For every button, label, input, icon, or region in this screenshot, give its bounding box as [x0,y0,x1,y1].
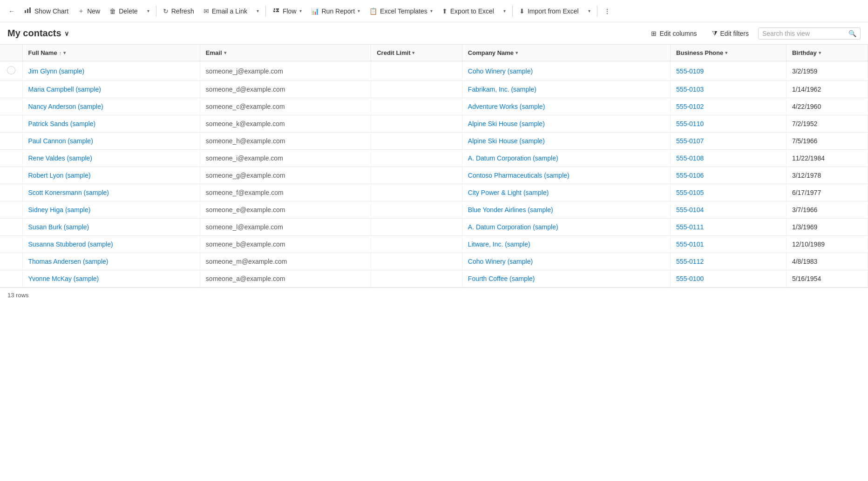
import-excel-button[interactable]: ⬇ Import from Excel [515,5,583,18]
fullname-header[interactable]: Full Name ↑ ▾ [22,45,200,61]
credit-limit-cell [371,270,462,287]
back-button[interactable]: ← [4,5,20,18]
new-button[interactable]: ＋ New [73,4,105,18]
fullname-cell[interactable]: Nancy Anderson (sample) [22,98,200,115]
more-button[interactable]: ⋮ [599,5,615,18]
divider-4 [597,6,597,17]
run-report-label: Run Report [322,7,355,15]
table-container: Full Name ↑ ▾ Email ▾ Credit Limit ▾ [0,45,868,287]
edit-columns-button[interactable]: ⊞ Edit columns [645,27,702,40]
business-phone-cell[interactable]: 555-0102 [671,98,787,115]
search-box[interactable]: 🔍 [758,27,861,40]
search-input[interactable] [762,30,848,37]
chevron-credit: ▾ [412,50,414,55]
company-name-cell[interactable]: Fourth Coffee (sample) [462,270,670,287]
table-row: Scott Konersmann (sample)someone_f@examp… [0,184,868,201]
chevron-fullname: ▾ [63,50,66,55]
flow-icon [272,7,280,15]
import-chevron[interactable]: ▾ [583,6,595,16]
fullname-cell[interactable]: Robert Lyon (sample) [22,167,200,184]
email-link-button[interactable]: ✉ Email a Link [199,5,252,18]
sort-arrow-fullname: ↑ [59,50,62,56]
svg-rect-0 [25,10,26,13]
delete-icon: 🗑 [109,7,116,15]
edit-filters-label: Edit filters [720,30,749,37]
table-row: Susanna Stubberod (sample)someone_b@exam… [0,236,868,253]
business-phone-cell[interactable]: 555-0110 [671,115,787,133]
credit-limit-header[interactable]: Credit Limit ▾ [371,45,462,61]
excel-templates-button[interactable]: 📋 Excel Templates ▾ [365,5,437,18]
export-chevron[interactable]: ▾ [499,6,510,16]
business-phone-cell[interactable]: 555-0108 [671,150,787,167]
credit-limit-cell [371,150,462,167]
delete-button[interactable]: 🗑 Delete [105,5,142,18]
company-name-header[interactable]: Company Name ▾ [462,45,670,61]
svg-rect-1 [27,9,28,13]
business-phone-header[interactable]: Business Phone ▾ [671,45,787,61]
email-cell: someone_b@example.com [200,236,371,253]
fullname-cell[interactable]: Susan Burk (sample) [22,219,200,236]
email-cell: someone_i@example.com [200,150,371,167]
email-icon: ✉ [203,7,209,15]
edit-filters-button[interactable]: ⧩ Edit filters [706,27,754,40]
email-cell: someone_k@example.com [200,115,371,133]
divider-2 [265,6,266,17]
run-report-button[interactable]: 📊 Run Report ▾ [306,5,365,18]
fullname-cell[interactable]: Maria Campbell (sample) [22,81,200,98]
company-name-cell[interactable]: Adventure Works (sample) [462,98,670,115]
credit-limit-cell [371,115,462,133]
fullname-cell[interactable]: Paul Cannon (sample) [22,133,200,150]
company-name-cell[interactable]: Alpine Ski House (sample) [462,115,670,133]
company-name-cell[interactable]: Fabrikam, Inc. (sample) [462,81,670,98]
business-phone-cell[interactable]: 555-0106 [671,167,787,184]
company-name-cell[interactable]: Blue Yonder Airlines (sample) [462,201,670,219]
row-count: 13 rows [7,292,29,299]
birthday-header[interactable]: Birthday ▾ [786,45,868,61]
email-link-chevron[interactable]: ▾ [252,6,264,16]
business-phone-cell[interactable]: 555-0101 [671,236,787,253]
export-excel-button[interactable]: ⬆ Export to Excel [437,5,499,18]
table-row: Sidney Higa (sample)someone_e@example.co… [0,201,868,219]
company-name-cell[interactable]: Coho Winery (sample) [462,61,670,81]
fullname-cell[interactable]: Patrick Sands (sample) [22,115,200,133]
checkbox-header[interactable] [0,45,22,61]
business-phone-cell[interactable]: 555-0103 [671,81,787,98]
title-chevron[interactable]: ∨ [64,30,69,37]
fullname-cell[interactable]: Yvonne McKay (sample) [22,270,200,287]
credit-limit-cell [371,61,462,81]
business-phone-cell[interactable]: 555-0111 [671,219,787,236]
show-chart-button[interactable]: Show Chart [20,4,73,18]
flow-button[interactable]: Flow ▾ [268,4,306,18]
fullname-cell[interactable]: Rene Valdes (sample) [22,150,200,167]
business-phone-cell[interactable]: 555-0112 [671,253,787,270]
business-phone-cell[interactable]: 555-0100 [671,270,787,287]
company-name-cell[interactable]: A. Datum Corporation (sample) [462,150,670,167]
fullname-cell[interactable]: Susanna Stubberod (sample) [22,236,200,253]
fullname-cell[interactable]: Sidney Higa (sample) [22,201,200,219]
business-phone-cell[interactable]: 555-0107 [671,133,787,150]
company-name-cell[interactable]: Coho Winery (sample) [462,253,670,270]
credit-limit-cell [371,236,462,253]
company-name-cell[interactable]: Litware, Inc. (sample) [462,236,670,253]
company-name-cell[interactable]: A. Datum Corporation (sample) [462,219,670,236]
business-phone-cell[interactable]: 555-0104 [671,201,787,219]
company-name-cell[interactable]: Alpine Ski House (sample) [462,133,670,150]
fullname-cell[interactable]: Jim Glynn (sample) [22,61,200,81]
fullname-cell[interactable]: Thomas Andersen (sample) [22,253,200,270]
company-name-cell[interactable]: Contoso Pharmaceuticals (sample) [462,167,670,184]
delete-chevron[interactable]: ▾ [142,6,154,16]
business-phone-cell[interactable]: 555-0109 [671,61,787,81]
credit-limit-cell [371,81,462,98]
email-header[interactable]: Email ▾ [200,45,371,61]
page-title: My contacts ∨ [7,28,645,39]
chevron-down-icon-6: ▾ [503,8,506,13]
refresh-button[interactable]: ↻ Refresh [158,5,199,18]
business-phone-cell[interactable]: 555-0105 [671,184,787,201]
table-row: Thomas Andersen (sample)someone_m@exampl… [0,253,868,270]
fullname-cell[interactable]: Scott Konersmann (sample) [22,184,200,201]
chevron-company: ▾ [515,50,518,55]
row-checkbox[interactable] [7,66,15,74]
birthday-cell: 7/2/1952 [786,115,868,133]
company-name-cell[interactable]: City Power & Light (sample) [462,184,670,201]
table-row: Paul Cannon (sample)someone_h@example.co… [0,133,868,150]
